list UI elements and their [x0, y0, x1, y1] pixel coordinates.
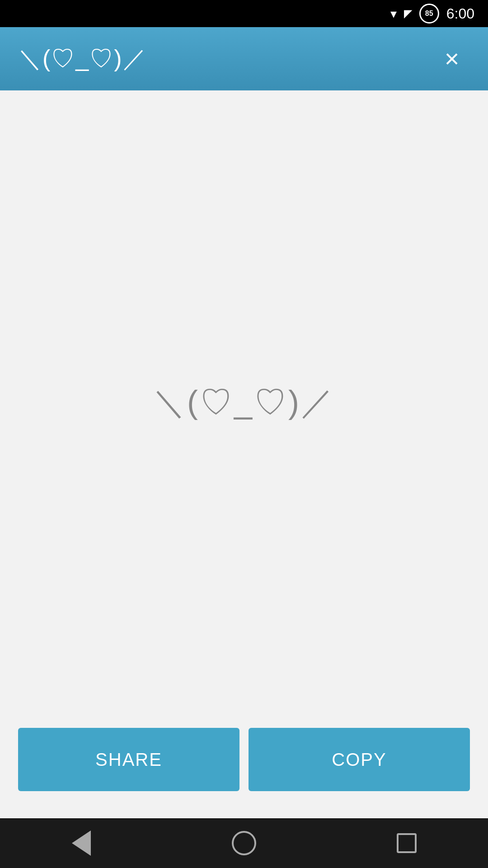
nav-bar — [0, 818, 488, 868]
home-icon — [232, 831, 256, 855]
home-button[interactable] — [221, 827, 267, 859]
copy-button[interactable]: COPY — [249, 728, 470, 791]
signal-icon: ◤ — [404, 7, 412, 20]
close-button[interactable]: × — [434, 41, 470, 77]
back-button[interactable] — [59, 827, 104, 859]
battery-level: 85 — [425, 9, 433, 18]
status-bar: ▾ ◤ 85 6:00 — [0, 0, 488, 27]
buttons-area: SHARE COPY — [0, 714, 488, 818]
status-bar-right: ▾ ◤ 85 6:00 — [390, 4, 474, 24]
app-bar-title: ＼(♡_♡)／ — [18, 43, 147, 75]
status-time: 6:00 — [446, 5, 474, 22]
emoticon-text: ＼(♡_♡)／ — [153, 381, 335, 424]
recent-icon — [397, 833, 417, 853]
wifi-icon: ▾ — [390, 6, 397, 21]
app-bar: ＼(♡_♡)／ × — [0, 27, 488, 90]
main-content: ＼(♡_♡)／ — [0, 90, 488, 714]
share-button[interactable]: SHARE — [18, 728, 239, 791]
battery-icon: 85 — [419, 4, 439, 24]
recent-button[interactable] — [384, 827, 429, 859]
back-icon — [72, 830, 91, 856]
